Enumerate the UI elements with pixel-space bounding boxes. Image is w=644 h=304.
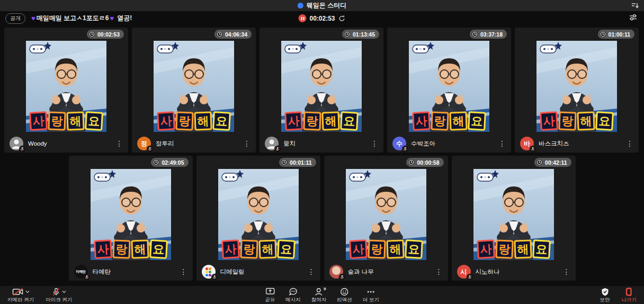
video-caption-char: 랑	[112, 239, 130, 258]
participants-button[interactable]: 9 참여자	[308, 287, 330, 303]
avatar: 타예탄	[74, 265, 88, 279]
heart-icon: ♥	[110, 14, 114, 22]
leave-button[interactable]: 나가기	[619, 287, 640, 303]
elapsed-time-text: 00:02:53	[97, 31, 120, 38]
tile-menu-button[interactable]: ⋮	[626, 140, 633, 147]
mic-muted-badge	[467, 274, 473, 280]
clock-icon	[600, 31, 606, 38]
elapsed-time-badge: 00:02:53	[87, 30, 124, 39]
video-caption-char: 해	[258, 239, 276, 258]
reaction-button[interactable]: 리액션	[334, 287, 355, 303]
video-caption-char: 해	[131, 239, 149, 258]
more-button[interactable]: 더 보기	[360, 287, 382, 303]
participant-name: 정투리	[156, 140, 238, 148]
participant-video: 사랑해요	[281, 41, 362, 132]
video-caption: 사랑해요	[413, 112, 486, 130]
security-button[interactable]: 보안	[597, 287, 613, 303]
mic-off-toolbar-icon	[52, 288, 60, 296]
camera-dropdown-chevron-icon[interactable]	[25, 290, 30, 293]
avatar-label: 바	[524, 139, 530, 148]
tile-menu-button[interactable]: ⋮	[371, 140, 378, 147]
leave-door-icon	[625, 288, 633, 296]
participant-name: 바스크치즈	[539, 140, 621, 148]
participant-tile: 00:42:11	[452, 156, 576, 281]
control-toolbar: 카메라 켜기 마이크 켜기	[0, 286, 644, 304]
tile-menu-button[interactable]: ⋮	[308, 268, 315, 275]
clock-icon	[344, 31, 351, 38]
participant-name: 시노하나	[476, 268, 558, 276]
restart-timer-button[interactable]	[338, 15, 346, 22]
mic-toggle-label: 마이크 켜기	[46, 297, 72, 303]
video-caption: 사랑해요	[350, 240, 423, 258]
video-caption-char: 사	[349, 239, 368, 259]
tile-menu-button[interactable]: ⋮	[180, 268, 187, 275]
video-caption-char: 요	[595, 111, 614, 131]
participant-name: 디메일링	[220, 268, 303, 276]
video-caption: 사랑해요	[285, 112, 358, 130]
video-caption-char: 사	[412, 111, 431, 131]
tile-menu-button[interactable]: ⋮	[115, 140, 123, 147]
video-caption-char: 사	[284, 111, 303, 131]
elapsed-time-badge: 04:06:34	[214, 30, 252, 39]
clock-icon	[216, 31, 223, 38]
tile-menu-button[interactable]: ⋮	[498, 140, 506, 147]
sort-icon	[630, 1, 639, 10]
mic-muted-badge	[274, 146, 281, 152]
mic-toggle-button[interactable]: 마이크 켜기	[42, 287, 75, 303]
pause-record-button[interactable]	[298, 14, 306, 22]
reaction-smiley-icon	[340, 288, 348, 296]
video-caption-char: 해	[386, 239, 404, 258]
mic-off-icon	[85, 275, 89, 279]
participant-video: 사랑해요	[409, 41, 489, 132]
video-caption-char: 랑	[48, 111, 66, 130]
clock-icon	[281, 159, 288, 166]
tile-menu-button[interactable]: ⋮	[243, 140, 251, 147]
avatar	[10, 137, 23, 150]
mic-muted-badge	[530, 146, 536, 152]
video-caption-char: 요	[468, 111, 486, 131]
room-title-text: 매일매일 보고ㅅ1포도ㄹ6	[37, 14, 109, 23]
elapsed-time-badge: 00:00:58	[406, 158, 443, 167]
video-caption: 사랑해요	[477, 240, 550, 258]
room-title: ♥ 매일매일 보고ㅅ1포도ㄹ6 ♥ 열공!	[30, 14, 132, 23]
elapsed-time-text: 02:49:05	[162, 159, 184, 166]
tile-menu-button[interactable]: ⋮	[563, 268, 570, 275]
sort-layout-button[interactable]	[630, 1, 639, 12]
share-button[interactable]: 공유	[262, 287, 278, 303]
video-caption: 사랑해요	[30, 112, 103, 130]
participant-video: 사랑해요	[346, 169, 426, 260]
video-caption-char: 랑	[175, 111, 193, 130]
video-caption-char: 요	[277, 239, 296, 259]
participant-video: 사랑해요	[154, 41, 234, 132]
heart-icon: ♥	[31, 14, 35, 22]
tune-icon	[629, 13, 638, 22]
video-caption: 사랑해요	[157, 112, 230, 130]
security-label: 보안	[600, 297, 610, 303]
video-caption-char: 해	[66, 111, 84, 130]
view-settings-button[interactable]	[629, 13, 638, 24]
participant-tile: 00:01:11	[196, 156, 320, 281]
mic-off-icon	[340, 275, 344, 279]
video-caption-char: 해	[514, 239, 532, 258]
clock-icon	[408, 159, 415, 166]
avatar	[265, 137, 279, 150]
video-caption-char: 요	[340, 111, 359, 131]
message-button[interactable]: 메시지	[282, 287, 304, 303]
mic-dropdown-chevron-icon[interactable]	[62, 290, 66, 293]
elapsed-time-text: 04:06:34	[225, 31, 247, 38]
participant-video: 사랑해요	[218, 169, 299, 260]
mic-muted-badge	[19, 146, 25, 152]
camera-toggle-button[interactable]: 카메라 켜기	[4, 287, 37, 303]
message-icon	[289, 288, 298, 296]
camera-off-icon	[12, 288, 24, 296]
tile-menu-button[interactable]: ⋮	[435, 268, 443, 275]
visibility-badge: 공개	[5, 13, 25, 24]
reaction-label: 리액션	[337, 297, 352, 303]
elapsed-time-badge: 00:01:11	[279, 158, 316, 167]
video-caption-char: 요	[149, 239, 168, 259]
video-caption-char: 사	[477, 239, 495, 259]
clock-icon	[471, 31, 478, 38]
video-caption-char: 랑	[558, 111, 576, 130]
participant-grid: 00:02:53	[0, 25, 644, 281]
participant-tile: 01:13:45	[260, 28, 383, 153]
